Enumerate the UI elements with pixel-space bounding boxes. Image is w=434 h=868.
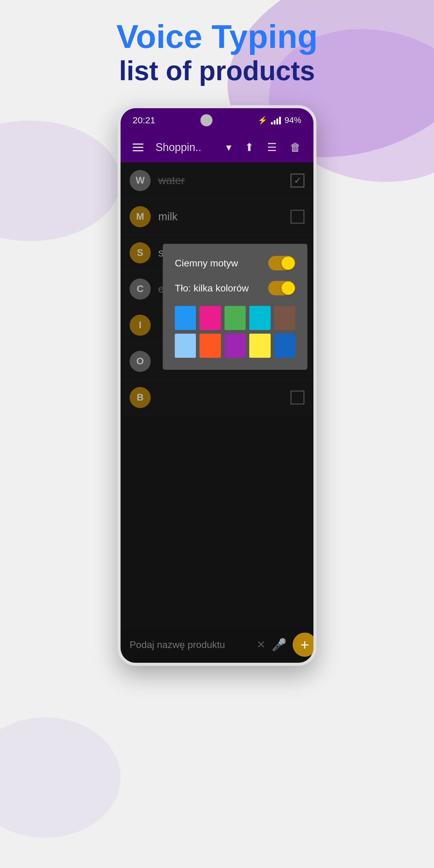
color-swatch-darkblue[interactable]	[274, 334, 296, 358]
color-swatch-green[interactable]	[224, 306, 246, 330]
sort-icon[interactable]: ☰	[264, 138, 280, 156]
menu-line-2	[133, 147, 144, 148]
share-icon[interactable]: ⬆	[241, 138, 257, 156]
phone-frame: 20:21 ⚡ 94% Shoppin.. ▾ ⬆	[118, 105, 316, 666]
bluetooth-icon: ⚡	[258, 116, 267, 125]
background-row: Tło: kilka kolorów	[175, 281, 296, 296]
camera-notch	[200, 114, 213, 126]
dropdown-icon[interactable]: ▾	[222, 138, 235, 156]
popup-box: Ciemny motyw Tło: kilka kolorów	[163, 244, 307, 370]
menu-button[interactable]	[130, 141, 147, 154]
dark-theme-row: Ciemny motyw	[175, 256, 296, 270]
toolbar: Shoppin.. ▾ ⬆ ☰ 🗑	[121, 132, 313, 162]
background-label: Tło: kilka kolorów	[175, 283, 249, 294]
color-swatch-brown[interactable]	[274, 306, 296, 330]
color-swatch-orange[interactable]	[199, 334, 221, 358]
toggle-knob-dark	[281, 256, 295, 270]
status-time: 20:21	[133, 115, 155, 125]
popup-overlay: Ciemny motyw Tło: kilka kolorów	[121, 162, 313, 627]
signal-bar-3	[276, 119, 278, 124]
menu-line-1	[133, 144, 144, 145]
color-swatch-blue[interactable]	[175, 306, 196, 330]
color-row-1	[175, 306, 296, 330]
color-swatch-pink[interactable]	[199, 306, 221, 330]
signal-bar-2	[274, 120, 276, 124]
status-right: ⚡ 94%	[258, 116, 301, 125]
mic-button[interactable]: 🎤	[272, 638, 287, 652]
color-row-2	[175, 334, 296, 358]
battery-level: 94%	[284, 116, 301, 125]
clear-button[interactable]: ✕	[256, 638, 266, 651]
toolbar-title: Shoppin..	[156, 141, 216, 154]
status-bar: 20:21 ⚡ 94%	[121, 108, 313, 132]
signal-bars	[271, 116, 281, 124]
color-swatch-purple[interactable]	[224, 334, 246, 358]
signal-bar-4	[279, 117, 281, 124]
sub-title: list of products	[116, 55, 318, 87]
background-toggle[interactable]	[268, 281, 296, 296]
dark-theme-toggle[interactable]	[268, 256, 296, 270]
toggle-knob-bg	[281, 281, 295, 295]
add-button[interactable]: +	[293, 632, 316, 657]
delete-icon[interactable]: 🗑	[286, 138, 304, 156]
main-title: Voice Typing	[116, 18, 318, 55]
phone-mockup: 20:21 ⚡ 94% Shoppin.. ▾ ⬆	[118, 105, 316, 768]
color-swatch-lightblue[interactable]	[175, 334, 196, 358]
dark-theme-label: Ciemny motyw	[175, 258, 238, 269]
menu-line-3	[133, 150, 144, 151]
bottom-bar: ✕ 🎤 +	[121, 627, 313, 663]
signal-bar-1	[271, 122, 273, 124]
header-section: Voice Typing list of products	[116, 18, 318, 87]
color-swatch-yellow[interactable]	[249, 334, 270, 358]
color-swatch-cyan[interactable]	[249, 306, 270, 330]
list-area: W water M milk S sugar C cornflakes	[121, 162, 313, 627]
product-name-input[interactable]	[130, 639, 250, 650]
